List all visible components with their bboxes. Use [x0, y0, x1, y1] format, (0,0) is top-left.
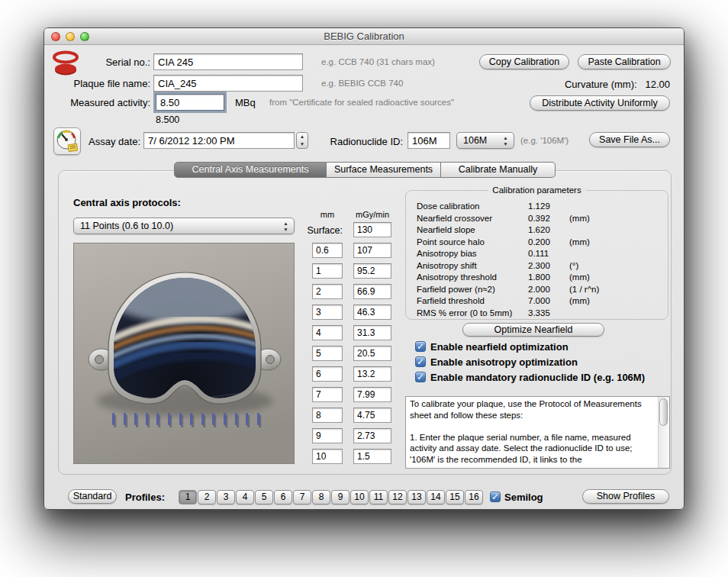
param-unit: (mm) [569, 296, 590, 305]
depth-input[interactable] [312, 284, 343, 299]
tab-central-axis-measurements[interactable]: Central Axis Measurements [174, 162, 327, 178]
dose-input[interactable] [353, 325, 391, 340]
profile-button-6[interactable]: 6 [274, 490, 292, 504]
surface-dose-input[interactable] [353, 222, 391, 237]
zoom-button[interactable] [80, 32, 89, 41]
titlebar[interactable]: BEBIG Calibration [44, 28, 684, 45]
mandatory-radionuclide-checkbox[interactable]: ✓ [415, 372, 426, 382]
activity-label: Measured activity: [50, 97, 150, 108]
dose-input[interactable] [353, 263, 391, 279]
dose-input[interactable] [353, 408, 391, 423]
dose-input[interactable] [353, 387, 391, 402]
desktop: BEBIG Calibration Serial no.: e.g. CCB 7… [0, 0, 728, 577]
depth-input[interactable] [312, 263, 343, 279]
param-value: 1.800 [528, 272, 550, 282]
param-name: Farfield threshold [417, 296, 485, 305]
dose-input[interactable] [353, 346, 391, 361]
profile-button-14[interactable]: 14 [427, 490, 445, 504]
dose-input[interactable] [353, 449, 391, 464]
profile-button-11[interactable]: 11 [369, 490, 388, 504]
param-value: 0.392 [528, 214, 550, 223]
assay-date-input[interactable] [143, 132, 295, 149]
profile-button-16[interactable]: 16 [465, 490, 483, 504]
dose-input[interactable] [353, 305, 391, 320]
param-name: Point source halo [417, 237, 485, 247]
profile-button-3[interactable]: 3 [217, 490, 235, 504]
depth-input[interactable] [312, 346, 343, 361]
popup-arrows-icon: ▲▼ [501, 135, 511, 147]
paste-calibration-button[interactable]: Paste Calibration [578, 54, 671, 69]
copy-calibration-button[interactable]: Copy Calibration [479, 54, 569, 69]
optimize-nearfield-button[interactable]: Optimize Nearfield [462, 323, 604, 337]
profile-button-12[interactable]: 12 [388, 490, 407, 504]
minimize-button[interactable] [66, 32, 75, 41]
profile-button-5[interactable]: 5 [255, 490, 273, 504]
tab-surface-measurements[interactable]: Surface Measurements [327, 162, 441, 178]
protocols-popup-value: 11 Points (0.6 to 10.0) [80, 221, 173, 231]
depth-input[interactable] [312, 325, 343, 340]
profile-button-13[interactable]: 13 [407, 490, 426, 504]
profile-button-9[interactable]: 9 [331, 490, 350, 504]
profile-button-4[interactable]: 4 [236, 490, 254, 504]
anisotropy-optimization-checkbox[interactable]: ✓ [415, 356, 426, 367]
serial-label: Serial no.: [50, 56, 150, 68]
assay-date-label: Assay date: [81, 136, 140, 147]
profile-button-7[interactable]: 7 [293, 490, 311, 504]
profiles-label: Profiles: [125, 492, 165, 503]
depth-input[interactable] [312, 243, 343, 258]
param-name: Farfield power (n≈2) [417, 285, 495, 294]
scrollbar[interactable] [658, 397, 669, 468]
stepper-up-icon[interactable]: ▲ [297, 133, 308, 140]
semilog-label: Semilog [504, 492, 543, 503]
nearfield-optimization-checkbox[interactable]: ✓ [415, 341, 426, 352]
param-unit: (mm) [569, 214, 590, 223]
dose-input[interactable] [353, 366, 391, 382]
depth-input[interactable] [312, 305, 343, 320]
instructions-text: To calibrate your plaque, use the Protoc… [410, 398, 654, 466]
depth-input[interactable] [312, 387, 343, 402]
param-unit: (1 / r^n) [569, 285, 599, 294]
radionuclide-input[interactable] [407, 132, 450, 149]
assay-gauge-button[interactable] [53, 127, 81, 155]
param-unit: (mm) [569, 272, 590, 282]
serial-input[interactable] [153, 53, 303, 70]
dose-input[interactable] [353, 284, 391, 299]
depth-input[interactable] [312, 449, 343, 464]
distribute-activity-button[interactable]: Distribute Activity Uniformly [530, 95, 670, 111]
param-unit: (°) [569, 261, 578, 270]
activity-hint: from "Certificate for sealed radioactive… [269, 98, 454, 107]
profile-button-1[interactable]: 1 [179, 490, 197, 504]
dose-input[interactable] [353, 428, 391, 443]
close-button[interactable] [51, 32, 60, 41]
save-file-as-button[interactable]: Save File As... [589, 132, 670, 147]
file-name-hint: e.g. BEBIG CCB 740 [321, 79, 403, 88]
radionuclide-popup[interactable]: 106M ▲▼ [456, 132, 514, 149]
profile-button-10[interactable]: 10 [350, 490, 369, 504]
activity-input[interactable] [156, 94, 224, 111]
file-name-input[interactable] [153, 75, 303, 92]
semilog-checkbox[interactable]: ✓ [490, 492, 501, 502]
depth-input[interactable] [312, 366, 343, 382]
param-value: 0.111 [528, 249, 549, 258]
profile-button-15[interactable]: 15 [446, 490, 464, 504]
profile-button-8[interactable]: 8 [312, 490, 330, 504]
dose-input[interactable] [353, 243, 391, 258]
activity-converted: 8.500 [156, 114, 179, 125]
standard-button[interactable]: Standard [68, 489, 117, 504]
plaque-photo [73, 243, 295, 464]
param-name: Anisotropy bias [417, 249, 477, 258]
protocols-popup[interactable]: 11 Points (0.6 to 10.0) ▲▼ [73, 218, 295, 234]
tab-calibrate-manually[interactable]: Calibrate Manually [441, 162, 556, 178]
assay-date-stepper[interactable]: ▲ ▼ [296, 132, 308, 149]
show-profiles-button[interactable]: Show Profiles [582, 489, 669, 504]
param-value: 1.129 [528, 201, 550, 211]
depth-input[interactable] [312, 408, 343, 423]
stepper-down-icon[interactable]: ▼ [297, 140, 308, 148]
depth-input[interactable] [312, 428, 343, 443]
param-value: 0.200 [528, 237, 550, 247]
scrollbar-thumb[interactable] [659, 398, 668, 426]
serial-hint: e.g. CCB 740 (31 chars max) [321, 57, 435, 66]
anisotropy-optimization-label: Enable anisotropy optimization [430, 356, 578, 368]
param-name: Anisotropy threshold [417, 272, 497, 282]
profile-button-2[interactable]: 2 [198, 490, 216, 504]
